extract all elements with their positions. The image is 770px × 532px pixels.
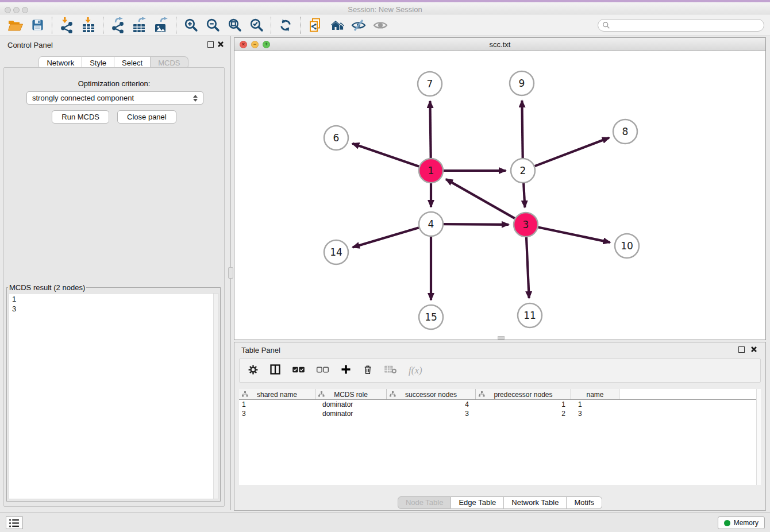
vertical-splitter-handle[interactable] <box>228 267 233 279</box>
search-input[interactable] <box>610 20 764 30</box>
network-window-title: scc.txt <box>234 40 765 49</box>
tab-motifs[interactable]: Motifs <box>567 496 602 509</box>
graph-edge-3-11[interactable] <box>526 237 529 298</box>
optimization-criterion-label: Optimization criterion: <box>4 79 224 88</box>
delete-table-icon[interactable] <box>384 364 398 377</box>
mcds-result-line: 1 <box>12 294 218 304</box>
select-stepper-icon <box>190 95 201 102</box>
import-network-icon[interactable] <box>56 16 78 34</box>
column-label: predecessor nodes <box>476 391 571 399</box>
graph-edge-1-7[interactable] <box>430 101 430 158</box>
column-header-predecessor-nodes[interactable]: predecessor nodes <box>476 389 571 399</box>
memory-label: Memory <box>734 519 759 527</box>
optimization-criterion-select[interactable]: strongly connected component <box>26 91 203 105</box>
table-row[interactable]: 1dominator411 <box>239 400 756 409</box>
list-icon <box>9 518 20 528</box>
delete-column-icon[interactable] <box>363 364 373 377</box>
add-column-icon[interactable] <box>340 364 352 377</box>
network-canvas[interactable]: 7968124314101511 <box>234 51 765 340</box>
table-settings-icon[interactable] <box>248 364 259 377</box>
horizontal-splitter-handle[interactable] <box>498 336 505 340</box>
toolbar-separator <box>52 17 52 34</box>
cell-mcds-role: dominator <box>315 400 387 409</box>
cell-predecessor-nodes: 2 <box>476 409 571 418</box>
column-label: name <box>571 391 619 399</box>
mcds-result-line: 3 <box>12 304 218 314</box>
select-all-icon[interactable] <box>292 365 305 376</box>
table-scrollbar[interactable] <box>756 389 761 485</box>
mcds-result-scrollbar[interactable] <box>213 294 218 499</box>
export-network-icon[interactable] <box>107 16 129 34</box>
column-visibility-icon[interactable] <box>270 364 281 377</box>
save-session-icon[interactable] <box>26 16 48 34</box>
graph-edge-3-10[interactable] <box>538 228 610 242</box>
mcds-result-text[interactable]: 13 <box>9 293 218 499</box>
graph-node-label-7: 7 <box>427 78 433 90</box>
column-header-mcds-role[interactable]: MCDS role <box>315 389 387 399</box>
app-titlebar: Session: New Session <box>0 0 770 14</box>
column-label: MCDS role <box>315 391 386 399</box>
column-header-successor-nodes[interactable]: successor nodes <box>387 389 476 399</box>
search-box[interactable] <box>598 19 764 32</box>
mcds-buttons-row: Run MCDS Close panel <box>4 110 224 124</box>
main-toolbar <box>0 14 770 36</box>
node-table: shared nameMCDS rolesuccessor nodesprede… <box>239 389 756 485</box>
refresh-view-icon[interactable] <box>275 16 297 34</box>
home-icon[interactable] <box>326 16 348 34</box>
tab-edge-table[interactable]: Edge Table <box>451 496 504 509</box>
graph-edge-2-8[interactable] <box>535 138 609 166</box>
column-header-shared-name[interactable]: shared name <box>239 389 315 399</box>
toolbar-separator <box>300 17 301 34</box>
control-panel: Control Panel NetworkStyleSelectMCDS Opt… <box>0 36 227 510</box>
search-icon <box>602 21 610 29</box>
network-window-titlebar[interactable]: × − + scc.txt <box>234 38 765 51</box>
graph-edge-2-9[interactable] <box>522 101 522 158</box>
graph-node-label-1: 1 <box>428 165 434 176</box>
tab-node-table[interactable]: Node Table <box>398 496 452 509</box>
column-header-name[interactable]: name <box>571 389 619 399</box>
selected-criterion: strongly connected component <box>32 94 190 102</box>
export-table-icon[interactable] <box>129 16 151 34</box>
graph-edge-4-14[interactable] <box>353 228 419 247</box>
status-bar: Memory <box>0 512 770 532</box>
graph-node-label-14: 14 <box>330 246 342 258</box>
control-panel-float-icon[interactable] <box>207 41 214 48</box>
hide-glasses-icon[interactable] <box>348 16 369 34</box>
control-panel-close-icon[interactable] <box>217 41 224 48</box>
graph-edge-1-6[interactable] <box>352 144 419 167</box>
graph-edge-2-3[interactable] <box>523 183 525 207</box>
graph-node-label-4: 4 <box>428 218 434 230</box>
cell-successor-nodes: 4 <box>387 400 476 409</box>
zoom-fit-icon[interactable] <box>224 16 245 34</box>
memory-button[interactable]: Memory <box>718 516 765 529</box>
graph-edge-4-3[interactable] <box>444 224 509 225</box>
network-canvas-svg: 7968124314101511 <box>234 51 765 340</box>
table-panel-close-icon[interactable] <box>750 346 757 353</box>
deselect-all-icon[interactable] <box>316 365 329 376</box>
export-image-icon[interactable] <box>151 16 172 34</box>
zoom-selected-icon[interactable] <box>245 16 267 34</box>
cell-name: 3 <box>571 409 619 418</box>
task-history-button[interactable] <box>6 516 23 529</box>
graph-node-label-2: 2 <box>520 165 526 176</box>
clone-network-icon[interactable] <box>304 16 326 34</box>
close-panel-button[interactable]: Close panel <box>117 110 176 124</box>
table-row[interactable]: 3dominator323 <box>239 409 756 418</box>
cell-name: 1 <box>571 400 619 409</box>
open-file-icon[interactable] <box>5 16 26 34</box>
graph-node-label-11: 11 <box>523 310 536 321</box>
graph-node-label-10: 10 <box>621 240 633 252</box>
show-eye-icon[interactable] <box>369 16 391 34</box>
window-title: Session: New Session <box>0 5 770 14</box>
run-mcds-button[interactable]: Run MCDS <box>52 110 109 124</box>
network-view-window: × − + scc.txt 7968124314101511 <box>234 37 766 340</box>
tab-network-table[interactable]: Network Table <box>504 496 567 509</box>
import-table-icon[interactable] <box>78 16 99 34</box>
zoom-out-icon[interactable] <box>202 16 224 34</box>
graph-edge-3-1[interactable] <box>446 179 515 218</box>
table-panel-float-icon[interactable] <box>738 346 745 353</box>
function-builder-icon[interactable]: f(x) <box>409 365 422 376</box>
control-panel-title: Control Panel <box>7 41 53 49</box>
cell-predecessor-nodes: 1 <box>476 400 571 409</box>
zoom-in-icon[interactable] <box>180 16 202 34</box>
